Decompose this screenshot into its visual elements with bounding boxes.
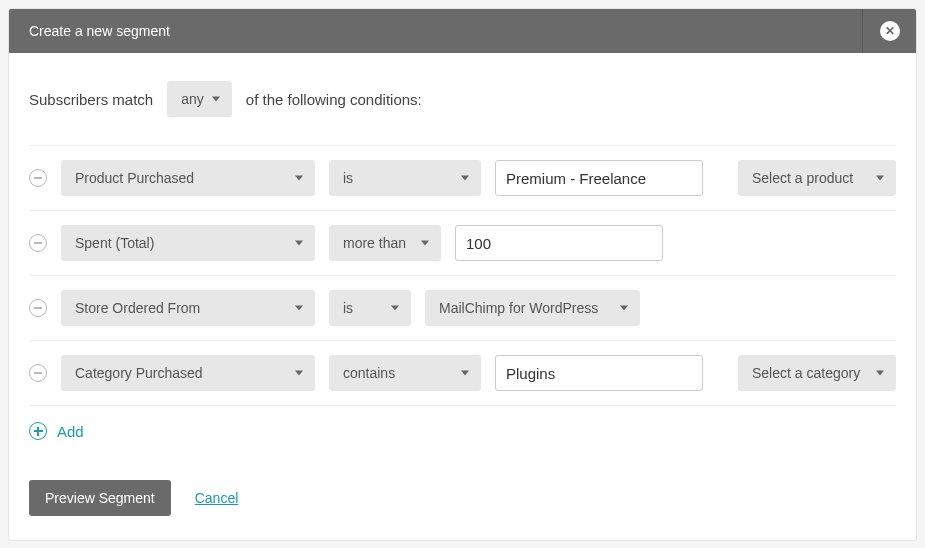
close-icon: ✕	[880, 21, 900, 41]
plus-icon	[29, 422, 47, 440]
add-label: Add	[57, 423, 84, 440]
modal-footer: Preview Segment Cancel	[29, 448, 896, 520]
condition-field-select[interactable]: Product Purchased	[61, 160, 315, 196]
match-row: Subscribers match any of the following c…	[29, 81, 896, 117]
condition-row: Spent (Total) more than	[29, 211, 896, 276]
match-mode-select[interactable]: any	[167, 81, 232, 117]
match-suffix: of the following conditions:	[246, 91, 422, 108]
chevron-down-icon	[212, 97, 220, 102]
condition-value-input[interactable]	[455, 225, 663, 261]
minus-icon	[34, 242, 42, 244]
condition-row: Product Purchased is Select a product	[29, 146, 896, 211]
segment-modal: Create a new segment ✕ Subscribers match…	[8, 8, 917, 541]
chevron-down-icon	[421, 241, 429, 246]
chevron-down-icon	[461, 371, 469, 376]
chevron-down-icon	[391, 306, 399, 311]
chevron-down-icon	[876, 371, 884, 376]
condition-row: Category Purchased contains Select a cat…	[29, 341, 896, 406]
condition-field-select[interactable]: Store Ordered From	[61, 290, 315, 326]
chevron-down-icon	[295, 176, 303, 181]
chevron-down-icon	[295, 371, 303, 376]
minus-icon	[34, 177, 42, 179]
condition-value-input[interactable]	[495, 160, 703, 196]
condition-field-select[interactable]: Spent (Total)	[61, 225, 315, 261]
condition-operator-select[interactable]: contains	[329, 355, 481, 391]
select-product-dropdown[interactable]: Select a product	[738, 160, 896, 196]
condition-operator-select[interactable]: is	[329, 160, 481, 196]
condition-store-select[interactable]: MailChimp for WordPress	[425, 290, 640, 326]
condition-operator-select[interactable]: is	[329, 290, 411, 326]
close-button[interactable]: ✕	[862, 9, 916, 53]
remove-condition-button[interactable]	[29, 234, 47, 252]
chevron-down-icon	[876, 176, 884, 181]
modal-body: Subscribers match any of the following c…	[9, 53, 916, 540]
remove-condition-button[interactable]	[29, 169, 47, 187]
minus-icon	[34, 372, 42, 374]
condition-row: Store Ordered From is MailChimp for Word…	[29, 276, 896, 341]
modal-header: Create a new segment ✕	[9, 9, 916, 53]
preview-segment-button[interactable]: Preview Segment	[29, 480, 171, 516]
add-condition-button[interactable]: Add	[29, 406, 896, 448]
remove-condition-button[interactable]	[29, 299, 47, 317]
chevron-down-icon	[620, 306, 628, 311]
conditions-list: Product Purchased is Select a product	[29, 145, 896, 406]
match-prefix: Subscribers match	[29, 91, 153, 108]
remove-condition-button[interactable]	[29, 364, 47, 382]
match-mode-value: any	[181, 91, 204, 107]
minus-icon	[34, 307, 42, 309]
condition-value-input[interactable]	[495, 355, 703, 391]
chevron-down-icon	[295, 306, 303, 311]
chevron-down-icon	[295, 241, 303, 246]
cancel-link[interactable]: Cancel	[195, 490, 239, 506]
condition-field-select[interactable]: Category Purchased	[61, 355, 315, 391]
modal-title: Create a new segment	[9, 9, 862, 53]
chevron-down-icon	[461, 176, 469, 181]
condition-operator-select[interactable]: more than	[329, 225, 441, 261]
select-category-dropdown[interactable]: Select a category	[738, 355, 896, 391]
